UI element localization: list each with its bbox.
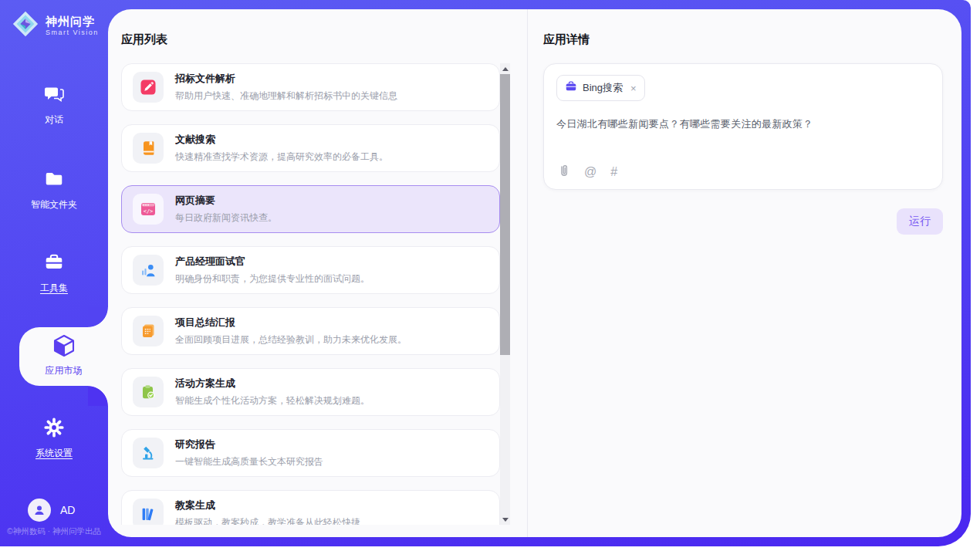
app-description: 帮助用户快速、准确地理解和解析招标书中的关键信息	[175, 90, 397, 103]
app-card-selected[interactable]: </> 网页摘要 每日政府新闻资讯快查。	[121, 185, 500, 233]
books-icon	[133, 499, 164, 525]
sidebar: 神州问学 Smart Vision 对话 智能文件夹	[0, 0, 108, 546]
app-card[interactable]: 教案生成 模板驱动，教案秒成，教学准备从此轻松快捷	[121, 490, 500, 525]
app-list-title: 应用列表	[121, 32, 167, 47]
app-description: 一键智能生成高质量长文本研究报告	[175, 455, 323, 468]
brand-subtitle: Smart Vision	[46, 29, 99, 36]
run-button[interactable]: 运行	[897, 208, 943, 235]
app-description: 明确身份和职责，为您提供专业性的面试问题。	[175, 272, 370, 286]
sidebar-item-system-settings[interactable]: 系统设置	[0, 417, 108, 460]
brand-logo: 神州问学 Smart Vision	[11, 9, 99, 42]
sidebar-item-chat[interactable]: 对话	[0, 83, 108, 127]
app-description: 快速精准查找学术资源，提高研究效率的必备工具。	[175, 150, 388, 164]
chat-icon	[43, 94, 65, 107]
folder-icon	[43, 179, 65, 192]
gear-icon	[43, 428, 65, 441]
app-detail-panel: 应用详情 Bing搜索 × 今日湖北有哪些新闻要点？有哪些需要关注的最新政策？	[528, 9, 961, 537]
app-name: 活动方案生成	[175, 377, 370, 390]
app-card[interactable]: 招标文件解析 帮助用户快速、准确地理解和解析招标书中的关键信息	[121, 63, 500, 111]
app-description: 模板驱动，教案秒成，教学准备从此轻松快捷	[175, 516, 360, 525]
toolbox-icon	[43, 262, 65, 276]
query-text[interactable]: 今日湖北有哪些新闻要点？有哪些需要关注的最新政策？	[556, 117, 930, 131]
app-name: 研究报告	[175, 438, 323, 451]
sidebar-item-toolset[interactable]: 工具集	[0, 252, 108, 295]
scrollbar-up-arrow[interactable]	[500, 63, 510, 74]
tool-tag-label: Bing搜索	[583, 81, 623, 95]
svg-text:</>: </>	[144, 208, 154, 215]
prompt-card: Bing搜索 × 今日湖北有哪些新闻要点？有哪些需要关注的最新政策？ @ #	[543, 63, 943, 190]
interviewer-icon	[133, 255, 164, 286]
app-card[interactable]: 活动方案生成 智能生成个性化活动方案，轻松解决规划难题。	[121, 368, 500, 416]
edit-document-icon	[133, 72, 164, 103]
app-list: 招标文件解析 帮助用户快速、准确地理解和解析招标书中的关键信息 文献搜索 快速精…	[121, 63, 500, 525]
mention-icon[interactable]: @	[584, 165, 596, 179]
app-name: 产品经理面试官	[175, 255, 370, 269]
app-card[interactable]: 文献搜索 快速精准查找学术资源，提高研究效率的必备工具。	[121, 124, 500, 172]
browser-code-icon: </>	[133, 194, 164, 225]
list-scrollbar[interactable]	[500, 63, 510, 525]
scrollbar-down-arrow[interactable]	[500, 514, 510, 525]
hash-icon[interactable]: #	[610, 165, 617, 179]
sidebar-item-label: 智能文件夹	[0, 198, 108, 211]
app-description: 每日政府新闻资讯快查。	[175, 211, 277, 225]
sidebar-item-label: 工具集	[0, 282, 108, 295]
app-description: 智能生成个性化活动方案，轻松解决规划难题。	[175, 394, 370, 407]
sidebar-item-label: 应用市场	[19, 364, 108, 377]
book-icon	[133, 133, 164, 164]
sidebar-item-label: 对话	[0, 113, 108, 127]
sidebar-item-smart-folders[interactable]: 智能文件夹	[0, 168, 108, 211]
copyright-footer: ©神州数码 · 神州问学出品	[0, 526, 108, 537]
clipboard-check-icon	[133, 377, 164, 407]
close-icon[interactable]: ×	[630, 83, 637, 93]
composer-toolbar: @ #	[557, 164, 617, 180]
app-description: 全面回顾项目进展，总结经验教训，助力未来优化发展。	[175, 333, 407, 346]
app-card[interactable]: 项目总结汇报 全面回顾项目进展，总结经验教训，助力未来优化发展。	[121, 307, 500, 355]
user-label: AD	[60, 504, 75, 516]
user-account[interactable]: AD	[28, 499, 75, 522]
app-window: 神州问学 Smart Vision 对话 智能文件夹	[0, 0, 980, 551]
sidebar-item-label: 系统设置	[0, 447, 108, 460]
brand-title: 神州问学	[46, 15, 99, 29]
app-name: 招标文件解析	[175, 72, 397, 86]
app-name: 文献搜索	[175, 133, 388, 147]
diamond-logo-icon	[11, 9, 40, 42]
app-name: 网页摘要	[175, 194, 277, 208]
app-name: 项目总结汇报	[175, 316, 407, 330]
report-document-icon	[133, 316, 164, 346]
tool-tag-bing-search: Bing搜索 ×	[556, 75, 645, 101]
microscope-icon	[133, 438, 164, 468]
sidebar-item-app-market-active[interactable]: 应用市场	[19, 327, 108, 386]
app-card[interactable]: 研究报告 一键智能生成高质量长文本研究报告	[121, 429, 500, 477]
scrollbar-thumb[interactable]	[500, 74, 510, 355]
app-name: 教案生成	[175, 499, 360, 512]
attachment-icon[interactable]	[557, 164, 570, 180]
briefcase-icon	[565, 80, 577, 96]
app-card[interactable]: 产品经理面试官 明确身份和职责，为您提供专业性的面试问题。	[121, 246, 500, 294]
app-detail-title: 应用详情	[543, 32, 590, 47]
content-area: 应用列表 招标文件解析 帮助用户快速、准确地理解和解析招标书中的关键信息	[108, 9, 961, 537]
cube-icon	[51, 348, 77, 361]
avatar	[28, 499, 51, 522]
